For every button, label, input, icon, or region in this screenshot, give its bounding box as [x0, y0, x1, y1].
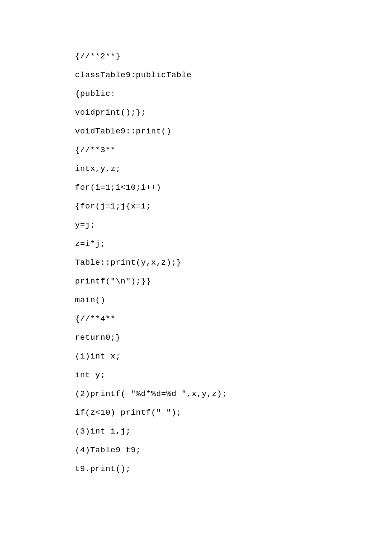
- code-line: Table::print(y,x,z);}: [75, 253, 392, 272]
- code-line: z=i*j;: [75, 234, 392, 253]
- code-line: if(z<10) printf(" ");: [75, 403, 392, 422]
- code-line: {//**3**: [75, 141, 392, 159]
- code-line: main(): [75, 291, 392, 309]
- document-page: {//**2**} classTable9:publicTable {publi…: [0, 0, 392, 478]
- code-line: t9.print();: [75, 460, 392, 478]
- code-line: int y;: [75, 366, 392, 384]
- code-line: (3)int i,j;: [75, 422, 392, 441]
- code-line: voidprint();};: [75, 103, 392, 122]
- code-line: {//**4**: [75, 309, 392, 328]
- code-line: voidTable9::print(): [75, 122, 392, 141]
- code-line: intx,y,z;: [75, 159, 392, 178]
- code-line: (2)printf( "%d*%d=%d ",x,y,z);: [75, 384, 392, 403]
- code-line: classTable9:publicTable: [75, 66, 392, 84]
- code-line: return0;}: [75, 328, 392, 347]
- code-line: {for(j=1;j{x=i;: [75, 197, 392, 216]
- code-line: {//**2**}: [75, 47, 392, 66]
- code-line: (4)Table9 t9;: [75, 441, 392, 460]
- code-line: (1)int x;: [75, 347, 392, 366]
- code-line: y=j;: [75, 216, 392, 234]
- code-line: for(i=1;i<10;i++): [75, 178, 392, 197]
- code-line: printf("\n");}}: [75, 272, 392, 291]
- code-line: {public:: [75, 84, 392, 103]
